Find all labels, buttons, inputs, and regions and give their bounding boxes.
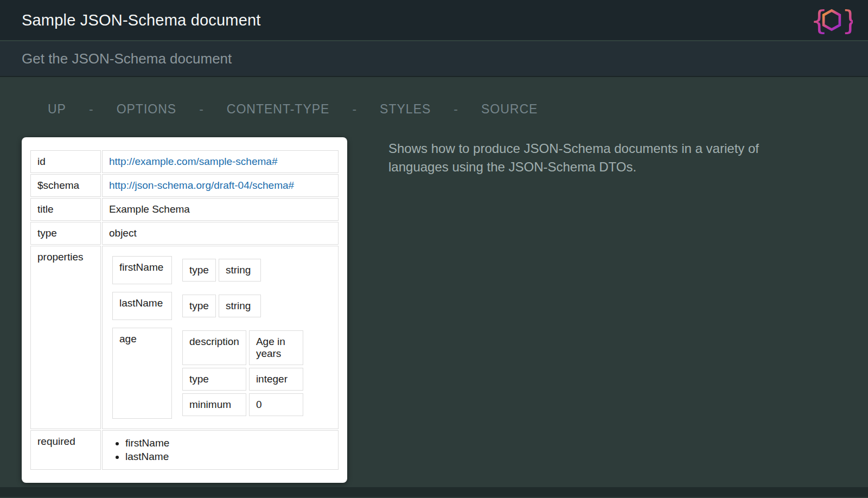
nav-link-source[interactable]: SOURCE [481, 102, 538, 117]
request-title: Get the JSON-Schema document [22, 50, 232, 67]
attr-key: type [182, 259, 216, 282]
svg-text:{: { [810, 4, 828, 36]
attr-row: type integer [182, 368, 303, 391]
property-row-lastname: lastName type string [112, 292, 328, 320]
row-key: title [30, 198, 101, 221]
attr-key: minimum [182, 393, 246, 416]
attr-row: minimum 0 [182, 393, 303, 416]
svg-text:}: } [842, 4, 853, 36]
property-key: lastName [112, 292, 172, 320]
attr-value: string [219, 259, 261, 282]
required-item: firstName [125, 437, 331, 449]
required-value: firstName lastName [102, 430, 339, 470]
property-key: age [112, 328, 172, 419]
properties-table: firstName type string [105, 248, 336, 426]
nav-link-up[interactable]: UP [48, 102, 66, 117]
schema-table: id http://example.com/sample-schema# $sc… [29, 149, 340, 471]
main-area: UP - OPTIONS - CONTENT-TYPE - STYLES - S… [0, 77, 868, 487]
schema-card: id http://example.com/sample-schema# $sc… [22, 137, 347, 483]
row-value: http://json-schema.org/draft-04/schema# [102, 174, 339, 197]
attr-value: string [219, 295, 261, 317]
row-key: $schema [30, 174, 101, 197]
row-key: properties [30, 246, 101, 429]
page-title: Sample JSON-Schema document [22, 11, 261, 29]
row-value: Example Schema [102, 198, 339, 221]
nav-separator: - [454, 102, 458, 117]
nav-separator: - [352, 102, 357, 117]
row-key: id [30, 150, 101, 173]
row-key: required [30, 430, 101, 470]
table-row-properties: properties firstName [30, 246, 339, 429]
attr-value: integer [249, 368, 303, 391]
attr-row: type string [182, 259, 261, 282]
table-row-type: type object [30, 222, 339, 245]
attr-row: description Age in years [182, 330, 303, 365]
table-row-title: title Example Schema [30, 198, 339, 221]
property-row-age: age description Age in years [112, 328, 328, 419]
request-header: Get the JSON-Schema document [0, 41, 868, 77]
property-key: firstName [112, 256, 172, 284]
id-link[interactable]: http://example.com/sample-schema# [109, 156, 277, 167]
attr-value: Age in years [249, 330, 303, 365]
property-value: type string [180, 256, 328, 284]
footer-strip [0, 487, 868, 497]
app-header: Sample JSON-Schema document { } [0, 0, 868, 41]
attr-key: type [182, 368, 246, 391]
table-row-schema: $schema http://json-schema.org/draft-04/… [30, 174, 339, 197]
content-row: id http://example.com/sample-schema# $sc… [22, 137, 868, 483]
nav-separator: - [199, 102, 204, 117]
service-description: Shows how to produce JSON-Schema documen… [388, 137, 822, 176]
nav-link-options[interactable]: OPTIONS [117, 102, 177, 117]
table-row-required: required firstName lastName [30, 430, 339, 470]
attr-table: description Age in years type integer [180, 328, 306, 419]
attr-key: description [182, 330, 246, 365]
attr-table: type string [180, 256, 264, 284]
required-item: lastName [125, 451, 331, 463]
nav-link-styles[interactable]: STYLES [380, 102, 431, 117]
attr-key: type [182, 295, 216, 317]
row-value: http://example.com/sample-schema# [102, 150, 339, 173]
nav-separator: - [89, 102, 94, 117]
properties-value: firstName type string [102, 246, 339, 429]
braces-hexagon-icon: { } [810, 4, 853, 36]
attr-table: type string [180, 292, 264, 320]
attr-value: 0 [249, 393, 303, 416]
format-nav: UP - OPTIONS - CONTENT-TYPE - STYLES - S… [0, 77, 868, 117]
row-key: type [30, 222, 101, 245]
table-row-id: id http://example.com/sample-schema# [30, 150, 339, 173]
schema-link[interactable]: http://json-schema.org/draft-04/schema# [109, 180, 294, 191]
property-value: type string [180, 292, 328, 320]
property-row-firstname: firstName type string [112, 256, 328, 284]
nav-link-content-type[interactable]: CONTENT-TYPE [227, 102, 330, 117]
row-value: object [102, 222, 339, 245]
json-schema-logo[interactable]: { } [810, 4, 853, 36]
required-list: firstName lastName [109, 437, 331, 463]
attr-row: type string [182, 295, 261, 317]
property-value: description Age in years type integer [180, 328, 328, 419]
